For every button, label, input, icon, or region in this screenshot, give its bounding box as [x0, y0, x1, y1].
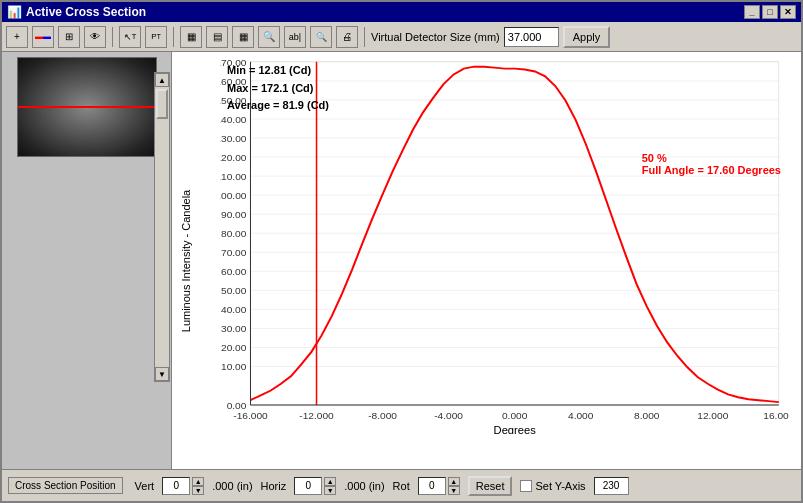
separator-2 [173, 27, 174, 47]
minimize-button[interactable]: _ [744, 5, 760, 19]
rot-spinner: ▲ ▼ [448, 477, 460, 495]
vert-up-arrow[interactable]: ▲ [192, 477, 204, 486]
svg-text:70.00: 70.00 [221, 247, 247, 258]
separator-3 [364, 27, 365, 47]
svg-text:12.000: 12.000 [697, 411, 729, 422]
color-tool-button[interactable]: ▬▬ [32, 26, 54, 48]
scroll-track [155, 87, 169, 367]
horiz-unit: .000 (in) [344, 480, 384, 492]
y-axis-label: Luminous Intensity - Candela [180, 189, 192, 331]
set-y-label[interactable]: Set Y-Axis [520, 480, 585, 492]
rot-label: Rot [393, 480, 410, 492]
svg-text:-8.000: -8.000 [368, 411, 397, 422]
add-tool-button[interactable]: + [6, 26, 28, 48]
title-bar: 📊 Active Cross Section _ □ ✕ [2, 2, 801, 22]
window-title: Active Cross Section [26, 5, 146, 19]
main-chart-area: Luminous Intensity - Candela Min = 12.81… [172, 52, 801, 469]
annotation-line1: 50 % [642, 152, 781, 164]
crosshair-line [18, 106, 156, 108]
zoom-button[interactable]: 🔍 [258, 26, 280, 48]
maximize-button[interactable]: □ [762, 5, 778, 19]
title-bar-left: 📊 Active Cross Section [7, 5, 146, 19]
virtual-detector-input[interactable] [504, 27, 559, 47]
pt-tool-button[interactable]: PT [145, 26, 167, 48]
svg-text:40.00: 40.00 [221, 304, 247, 315]
horiz-up-arrow[interactable]: ▲ [324, 477, 336, 486]
main-window: 📊 Active Cross Section _ □ ✕ + ▬▬ ⊞ 👁 ↖T… [0, 0, 803, 503]
cursor-tool-button[interactable]: ↖T [119, 26, 141, 48]
set-y-checkbox[interactable] [520, 480, 532, 492]
cross-section-label: Cross Section Position [8, 477, 123, 494]
svg-text:4.000: 4.000 [568, 411, 594, 422]
toolbar: + ▬▬ ⊞ 👁 ↖T PT ▦ ▤ ▦ 🔍 ab| 🔍 🖨 Virtual D… [2, 22, 801, 52]
svg-text:130.00: 130.00 [220, 133, 247, 144]
max-stat: Max = 172.1 (Cd) [227, 80, 329, 98]
vert-unit: .000 (in) [212, 480, 252, 492]
title-bar-buttons: _ □ ✕ [744, 5, 796, 19]
zoom2-button[interactable]: 🔍 [310, 26, 332, 48]
svg-text:140.00: 140.00 [220, 114, 247, 125]
bar-chart2-button[interactable]: ▤ [206, 26, 228, 48]
window-icon: 📊 [7, 5, 22, 19]
vertical-scrollbar[interactable]: ▲ ▼ [154, 72, 170, 382]
svg-text:-4.000: -4.000 [434, 411, 463, 422]
svg-text:-16.000: -16.000 [233, 411, 268, 422]
scroll-down-button[interactable]: ▼ [155, 367, 169, 381]
horiz-value-input[interactable] [294, 477, 322, 495]
svg-text:60.00: 60.00 [221, 266, 247, 277]
eye-tool-button[interactable]: 👁 [84, 26, 106, 48]
scroll-thumb[interactable] [156, 89, 168, 119]
svg-text:-12.000: -12.000 [299, 411, 334, 422]
chart-annotation: 50 % Full Angle = 17.60 Degrees [642, 152, 781, 176]
vert-spinner: ▲ ▼ [192, 477, 204, 495]
horiz-input-group: ▲ ▼ [294, 477, 336, 495]
rot-input-group: ▲ ▼ [418, 477, 460, 495]
svg-text:100.00: 100.00 [220, 190, 247, 201]
scroll-up-button[interactable]: ▲ [155, 73, 169, 87]
left-panel: ▲ ▼ [2, 52, 172, 469]
svg-text:50.00: 50.00 [221, 285, 247, 296]
apply-button[interactable]: Apply [563, 26, 611, 48]
preview-image [17, 57, 157, 157]
vert-input-group: ▲ ▼ [162, 477, 204, 495]
svg-text:16.000: 16.000 [763, 411, 789, 422]
vert-value-input[interactable] [162, 477, 190, 495]
separator-1 [112, 27, 113, 47]
svg-text:30.00: 30.00 [221, 324, 247, 335]
svg-text:120.00: 120.00 [220, 152, 247, 163]
svg-text:110.00: 110.00 [220, 171, 247, 182]
close-button[interactable]: ✕ [780, 5, 796, 19]
table-button[interactable]: ▦ [232, 26, 254, 48]
average-stat: Average = 81.9 (Cd) [227, 97, 329, 115]
content-area: ▲ ▼ Luminous Intensity - Candela Min = 1… [2, 52, 801, 469]
bottom-panel: Cross Section Position Vert ▲ ▼ .000 (in… [2, 469, 801, 501]
svg-text:90.00: 90.00 [221, 209, 247, 220]
svg-text:10.00: 10.00 [221, 362, 247, 373]
svg-text:80.00: 80.00 [221, 228, 247, 239]
horiz-spinner: ▲ ▼ [324, 477, 336, 495]
svg-text:8.000: 8.000 [634, 411, 660, 422]
ab-button[interactable]: ab| [284, 26, 306, 48]
horiz-label: Horiz [261, 480, 287, 492]
rot-down-arrow[interactable]: ▼ [448, 486, 460, 495]
annotation-line2: Full Angle = 17.60 Degrees [642, 164, 781, 176]
grid-tool-button[interactable]: ⊞ [58, 26, 80, 48]
min-stat: Min = 12.81 (Cd) [227, 62, 329, 80]
svg-text:0.00: 0.00 [227, 400, 247, 411]
print-button[interactable]: 🖨 [336, 26, 358, 48]
vert-down-arrow[interactable]: ▼ [192, 486, 204, 495]
horiz-down-arrow[interactable]: ▼ [324, 486, 336, 495]
set-y-text: Set Y-Axis [535, 480, 585, 492]
y-value-input[interactable] [594, 477, 629, 495]
bar-chart-button[interactable]: ▦ [180, 26, 202, 48]
rot-value-input[interactable] [418, 477, 446, 495]
vert-label: Vert [135, 480, 155, 492]
svg-text:Degrees: Degrees [494, 424, 537, 434]
svg-text:0.000: 0.000 [502, 411, 528, 422]
rot-up-arrow[interactable]: ▲ [448, 477, 460, 486]
chart-stats: Min = 12.81 (Cd) Max = 172.1 (Cd) Averag… [227, 62, 329, 115]
virtual-detector-label: Virtual Detector Size (mm) [371, 31, 500, 43]
reset-button[interactable]: Reset [468, 476, 513, 496]
svg-text:20.00: 20.00 [221, 343, 247, 354]
